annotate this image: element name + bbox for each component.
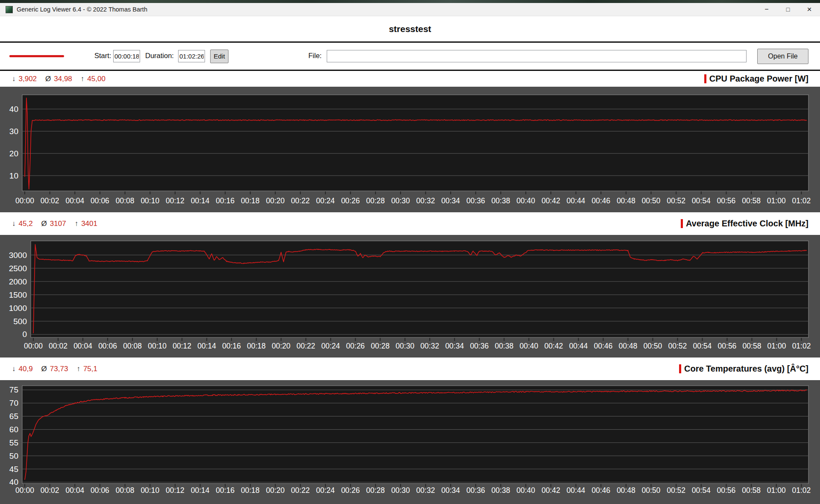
x-axis-label: 00:48 bbox=[619, 342, 638, 350]
x-axis-label: 00:04 bbox=[65, 486, 84, 495]
file-label: File: bbox=[308, 52, 322, 60]
x-axis-label: 00:58 bbox=[742, 486, 761, 495]
x-axis-label: 00:12 bbox=[166, 486, 184, 495]
x-axis-label: 01:00 bbox=[767, 342, 786, 350]
y-axis-label: 0 bbox=[22, 330, 27, 339]
x-axis-label: 00:56 bbox=[717, 486, 736, 495]
x-axis-label: 00:08 bbox=[116, 486, 135, 495]
chart-title: CPU Package Power [W] bbox=[709, 74, 808, 84]
toolbar: Start: Duration: Edit File: Open File bbox=[0, 43, 820, 70]
y-axis-label: 500 bbox=[13, 317, 27, 326]
y-axis-label: 3000 bbox=[9, 251, 27, 260]
app-icon bbox=[6, 6, 13, 13]
chart-panel-cpu-power: 1020304000:0000:0200:0400:0600:0800:1000… bbox=[0, 87, 820, 212]
x-axis-label: 00:22 bbox=[296, 342, 315, 350]
chart-svg: 404550556065707500:0000:0200:0400:0600:0… bbox=[0, 380, 820, 504]
chart-svg: 05001000150020002500300000:0000:0200:040… bbox=[0, 235, 820, 357]
app-window: Generic Log Viewer 6.4 - © 2022 Thomas B… bbox=[0, 0, 820, 504]
x-axis-label: 00:22 bbox=[291, 196, 310, 205]
max-arrow-icon: ↑ bbox=[81, 75, 85, 83]
x-axis-label: 00:00 bbox=[15, 486, 34, 495]
x-axis-label: 00:04 bbox=[65, 196, 84, 205]
open-file-button[interactable]: Open File bbox=[757, 49, 808, 64]
x-axis-label: 00:00 bbox=[15, 196, 34, 205]
y-axis-label: 45 bbox=[9, 465, 18, 474]
x-axis-label: 00:24 bbox=[316, 486, 335, 495]
chart-header-cpu-power: ↓ 3,902 Ø 34,98 ↑ 45,00 CPU Package Powe… bbox=[0, 71, 820, 87]
x-axis-label: 00:48 bbox=[617, 196, 636, 205]
x-axis-label: 00:20 bbox=[272, 342, 290, 350]
x-axis-label: 00:50 bbox=[642, 196, 661, 205]
x-axis-label: 00:06 bbox=[98, 342, 117, 350]
x-axis-label: 00:38 bbox=[492, 196, 510, 205]
y-axis-label: 65 bbox=[9, 412, 18, 421]
average-icon: Ø bbox=[45, 75, 51, 83]
x-axis-label: 00:26 bbox=[346, 342, 365, 350]
chart-accent-bar bbox=[681, 219, 683, 228]
x-axis-label: 00:44 bbox=[567, 196, 586, 205]
min-arrow-icon: ↓ bbox=[12, 365, 16, 373]
chart-title-group: Average Effective Clock [MHz] bbox=[681, 219, 808, 229]
x-axis-label: 00:24 bbox=[316, 196, 335, 205]
chart-panel-core-temps: 404550556065707500:0000:0200:0400:0600:0… bbox=[0, 380, 820, 504]
y-axis-label: 40 bbox=[9, 478, 18, 486]
x-axis-label: 00:02 bbox=[49, 342, 67, 350]
x-axis-label: 00:34 bbox=[441, 196, 460, 205]
header: stresstest bbox=[0, 16, 820, 41]
x-axis-label: 00:32 bbox=[416, 196, 435, 205]
x-axis-label: 00:04 bbox=[73, 342, 92, 350]
x-axis-label: 00:54 bbox=[692, 486, 711, 495]
chart-title: Core Temperatures (avg) [Â°C] bbox=[684, 364, 808, 374]
duration-label: Duration: bbox=[145, 52, 174, 60]
x-axis-label: 00:52 bbox=[667, 486, 685, 495]
x-axis-label: 00:26 bbox=[341, 196, 360, 205]
window-title: Generic Log Viewer 6.4 - © 2022 Thomas B… bbox=[17, 6, 147, 13]
stat-avg-value: 34,98 bbox=[54, 75, 72, 83]
min-arrow-icon: ↓ bbox=[12, 75, 16, 83]
y-axis-label: 30 bbox=[9, 127, 18, 136]
x-axis-label: 00:14 bbox=[191, 486, 210, 495]
x-axis-label: 00:28 bbox=[371, 342, 390, 350]
x-axis-label: 00:36 bbox=[470, 342, 489, 350]
chart-stats: ↓ 3,902 Ø 34,98 ↑ 45,00 bbox=[12, 75, 114, 83]
x-axis-label: 00:20 bbox=[266, 196, 285, 205]
file-input[interactable] bbox=[327, 50, 747, 62]
minimize-button[interactable]: − bbox=[756, 3, 777, 16]
x-axis-label: 00:14 bbox=[191, 196, 210, 205]
x-axis-label: 00:10 bbox=[141, 196, 159, 205]
stat-max-value: 45,00 bbox=[87, 75, 105, 83]
x-axis-label: 00:40 bbox=[516, 486, 535, 495]
x-axis-label: 00:12 bbox=[166, 196, 184, 205]
x-axis-label: 00:40 bbox=[516, 196, 535, 205]
close-button[interactable]: × bbox=[799, 3, 820, 16]
x-axis-label: 00:10 bbox=[148, 342, 167, 350]
x-axis-label: 00:42 bbox=[542, 486, 560, 495]
average-icon: Ø bbox=[41, 220, 47, 228]
x-axis-label: 00:30 bbox=[391, 486, 410, 495]
x-axis-label: 01:02 bbox=[792, 196, 811, 205]
chart-svg: 1020304000:0000:0200:0400:0600:0800:1000… bbox=[0, 87, 820, 212]
stat-avg-value: 3107 bbox=[50, 220, 66, 228]
maximize-button[interactable]: □ bbox=[777, 3, 799, 16]
chart-title: Average Effective Clock [MHz] bbox=[686, 219, 808, 229]
x-axis-label: 00:30 bbox=[395, 342, 414, 350]
chart-stats: ↓ 45,2 Ø 3107 ↑ 3401 bbox=[12, 220, 106, 228]
edit-button[interactable]: Edit bbox=[210, 50, 228, 63]
x-axis-label: 00:12 bbox=[173, 342, 191, 350]
x-axis-label: 00:30 bbox=[391, 196, 410, 205]
stat-min-value: 45,2 bbox=[19, 220, 33, 228]
window-controls: − □ × bbox=[756, 3, 820, 16]
start-input[interactable] bbox=[113, 50, 140, 62]
stat-min-value: 40,9 bbox=[19, 365, 33, 373]
series-legend-line bbox=[9, 55, 64, 57]
chart-header-core-temps: ↓ 40,9 Ø 73,73 ↑ 75,1 Core Temperatures … bbox=[0, 357, 820, 380]
stat-min-value: 3,902 bbox=[19, 75, 37, 83]
x-axis-label: 00:16 bbox=[216, 486, 234, 495]
x-axis-label: 00:08 bbox=[116, 196, 135, 205]
x-axis-label: 00:56 bbox=[718, 342, 737, 350]
x-axis-label: 00:44 bbox=[569, 342, 588, 350]
y-axis-label: 2500 bbox=[9, 264, 27, 273]
x-axis-label: 01:02 bbox=[792, 342, 811, 350]
duration-input[interactable] bbox=[178, 50, 205, 62]
max-arrow-icon: ↑ bbox=[75, 220, 79, 228]
